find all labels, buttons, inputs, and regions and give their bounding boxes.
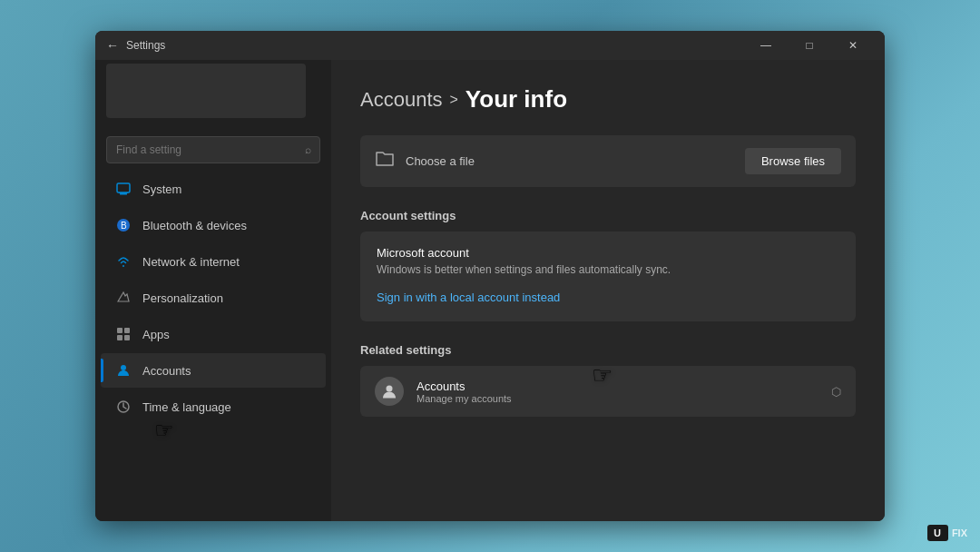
window-controls: — □ ✕ [745, 31, 874, 60]
minimize-button[interactable]: — [745, 31, 787, 60]
accounts-icon [115, 362, 132, 379]
sidebar-item-apps[interactable]: Apps [101, 317, 326, 351]
browse-files-button[interactable]: Browse files [745, 148, 841, 174]
sidebar-item-personalization-label: Personalization [142, 291, 223, 305]
watermark-text: U [927, 525, 948, 541]
microsoft-account-card: Microsoft account Windows is better when… [360, 232, 856, 321]
system-icon [115, 181, 132, 197]
sidebar-item-system[interactable]: System [101, 172, 326, 206]
sidebar-item-accounts[interactable]: Accounts [101, 353, 326, 388]
related-accounts-name: Accounts [416, 380, 818, 393]
user-avatar-placeholder [106, 64, 306, 118]
wifi-icon [115, 253, 132, 270]
sidebar-item-network[interactable]: Network & internet [101, 244, 326, 279]
sign-in-local-link[interactable]: Sign in with a local account instead [377, 291, 560, 304]
sidebar: ⌕ System B [95, 60, 331, 521]
sidebar-item-time[interactable]: Time & language [101, 389, 326, 424]
choose-file-label: Choose a file [406, 154, 734, 168]
related-accounts-icon [375, 377, 404, 406]
titlebar: ← Settings — □ ✕ [95, 31, 885, 60]
settings-window: ← Settings — □ ✕ ⌕ [95, 31, 885, 521]
watermark: U FIX [927, 525, 967, 541]
sidebar-item-time-label: Time & language [142, 400, 231, 414]
choose-file-row: Choose a file Browse files [360, 135, 856, 187]
sidebar-item-apps-label: Apps [142, 328, 170, 341]
search-container: ⌕ [106, 136, 320, 163]
svg-point-11 [387, 386, 393, 392]
bluetooth-icon: B [115, 217, 132, 233]
svg-rect-7 [117, 335, 122, 340]
sidebar-item-bluetooth[interactable]: B Bluetooth & devices [101, 208, 326, 242]
svg-text:B: B [121, 221, 127, 231]
related-accounts-text: Accounts Manage my accounts [416, 380, 818, 404]
window-content: ⌕ System B [95, 60, 885, 521]
sidebar-item-personalization[interactable]: Personalization [101, 281, 326, 315]
svg-point-9 [121, 365, 126, 370]
watermark-suffix: FIX [952, 527, 967, 538]
svg-rect-6 [124, 328, 130, 333]
search-input[interactable] [106, 136, 320, 163]
file-icon [375, 151, 395, 172]
main-content: Accounts > Your info Choose a file Brows… [331, 60, 885, 521]
sidebar-item-accounts-label: Accounts [142, 364, 191, 378]
search-icon: ⌕ [305, 143, 311, 156]
sidebar-item-system-label: System [142, 182, 181, 196]
svg-rect-2 [119, 192, 128, 193]
related-settings-title: Related settings [360, 343, 856, 357]
svg-rect-5 [117, 328, 122, 333]
external-link-icon: ⬡ [831, 385, 841, 399]
window-title: Settings [126, 39, 745, 52]
sidebar-item-network-label: Network & internet [142, 255, 240, 269]
breadcrumb: Accounts > Your info [360, 85, 856, 113]
back-button[interactable]: ← [106, 38, 119, 53]
personalization-icon [115, 290, 132, 306]
account-settings-title: Account settings [360, 209, 856, 222]
related-accounts-sub: Manage my accounts [416, 393, 818, 404]
related-accounts-item[interactable]: Accounts Manage my accounts ⬡ [360, 366, 856, 417]
breadcrumb-chevron: > [450, 92, 458, 108]
time-icon [115, 399, 132, 415]
svg-rect-1 [120, 193, 127, 195]
svg-rect-0 [117, 183, 130, 192]
ms-account-desc: Windows is better when settings and file… [377, 263, 839, 276]
apps-icon [115, 326, 132, 342]
svg-rect-8 [124, 335, 130, 340]
breadcrumb-current: Your info [466, 85, 567, 113]
ms-account-title: Microsoft account [377, 246, 839, 260]
breadcrumb-parent: Accounts [360, 88, 443, 112]
sidebar-item-bluetooth-label: Bluetooth & devices [142, 219, 247, 232]
maximize-button[interactable]: □ [789, 31, 830, 60]
close-button[interactable]: ✕ [832, 31, 874, 60]
